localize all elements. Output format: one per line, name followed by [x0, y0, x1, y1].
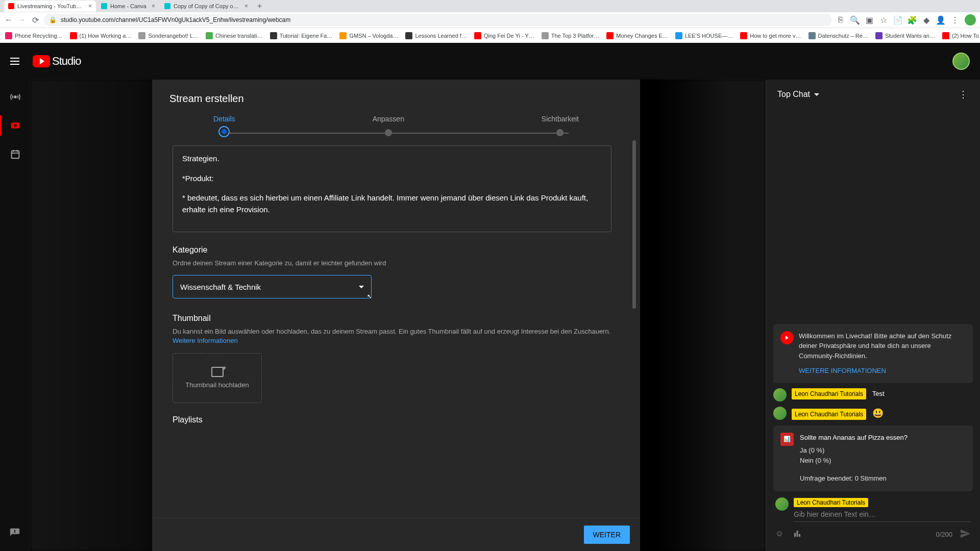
- back-icon[interactable]: ←: [4, 15, 13, 24]
- youtube-studio-app: Studio Stream erstellen Details: [0, 43, 980, 551]
- url-field[interactable]: 🔒 studio.youtube.com/channel/UC1a5FWVn0g…: [44, 14, 832, 26]
- bookmark[interactable]: Lessons Learned f…: [405, 32, 467, 39]
- bookmark[interactable]: LEE'S HOUSE—…: [675, 32, 733, 39]
- bookmark[interactable]: The Top 3 Platfor…: [542, 32, 600, 39]
- app-header: Studio: [0, 43, 980, 80]
- chat-messages[interactable]: Willkommen im Livechat! Bitte achte auf …: [766, 109, 980, 491]
- extensions-icon[interactable]: 🧩: [908, 15, 917, 24]
- category-hint: Ordne deinen Stream einer Kategorie zu, …: [173, 259, 611, 268]
- tab-youtube[interactable]: Livestreaming - YouTube S ×: [4, 1, 96, 12]
- chat-mode-select[interactable]: Top Chat: [777, 90, 819, 99]
- poll-icon: 📊: [780, 433, 794, 446]
- upload-image-icon: [211, 367, 224, 377]
- category-title: Kategorie: [173, 245, 611, 255]
- category-select[interactable]: Wissenschaft & Technik ↖: [173, 275, 372, 298]
- zoom-icon[interactable]: 🔍: [850, 15, 860, 24]
- upload-label: Thumbnail hochladen: [185, 381, 249, 389]
- send-icon[interactable]: [960, 528, 971, 541]
- next-button[interactable]: WEITER: [584, 525, 630, 544]
- bookmark[interactable]: (2) How To Add A…: [942, 32, 980, 39]
- tab-close-icon[interactable]: ×: [244, 3, 248, 10]
- tab-canva[interactable]: Home - Canva ×: [97, 1, 159, 12]
- bookmark[interactable]: GMSN – Vologda…: [339, 32, 398, 39]
- poll-icon[interactable]: [793, 529, 802, 540]
- step-customize[interactable]: Anpassen: [373, 115, 404, 136]
- svg-rect-6: [799, 534, 800, 536]
- bookmark[interactable]: Qing Fei De Yi - Y…: [474, 32, 534, 39]
- modal-title: Stream erstellen: [152, 80, 640, 115]
- create-stream-modal: Stream erstellen Details Anpassen Sichtb…: [152, 80, 640, 551]
- chevron-down-icon: [359, 286, 364, 288]
- step-visibility[interactable]: Sichtbarkeit: [542, 115, 579, 136]
- user-avatar[interactable]: [773, 407, 787, 420]
- sidebar-webcam-icon[interactable]: [8, 118, 22, 133]
- star-icon[interactable]: ☆: [879, 15, 888, 24]
- reload-icon[interactable]: ⟳: [31, 15, 40, 24]
- poll-question: Sollte man Ananas auf Pizza essen?: [800, 433, 908, 443]
- bookmark[interactable]: Datenschutz – Re…: [808, 32, 868, 39]
- poll-option[interactable]: Ja (0 %): [800, 445, 908, 456]
- playlists-title: Playlists: [173, 415, 611, 424]
- tab-canva-copy[interactable]: Copy of Copy of Copy of Cop ×: [160, 1, 252, 12]
- chat-message: Leon Chaudhari Tutorials Test: [773, 388, 973, 402]
- hamburger-icon[interactable]: [10, 55, 22, 67]
- reader-icon[interactable]: 📄: [893, 15, 902, 24]
- forward-icon[interactable]: →: [17, 15, 27, 24]
- new-tab-button[interactable]: +: [253, 2, 266, 11]
- bookmark[interactable]: Tutorial: Eigene Fa…: [270, 32, 333, 39]
- chat-input[interactable]: Gib hier deinen Text ein…: [794, 510, 971, 522]
- description-textarea[interactable]: Strategien. *Produkt: * bedeutet, dass e…: [173, 145, 611, 232]
- step-label: Sichtbarkeit: [542, 115, 579, 123]
- tab-close-icon[interactable]: ×: [152, 3, 155, 10]
- cursor: ↖: [367, 293, 372, 300]
- user-avatar[interactable]: [773, 388, 787, 402]
- feedback-icon[interactable]: [9, 528, 20, 541]
- tab-title: Livestreaming - YouTube S: [17, 3, 83, 9]
- svg-point-0: [14, 96, 16, 98]
- sidebar-manage-icon[interactable]: [8, 147, 22, 161]
- bookmark[interactable]: How to get more v…: [740, 32, 801, 39]
- user-avatar[interactable]: [775, 497, 789, 511]
- poll-status: Umfrage beendet: 0 Stimmen: [800, 473, 908, 484]
- studio-logo[interactable]: Studio: [33, 55, 81, 68]
- chat-title-text: Top Chat: [777, 90, 810, 99]
- welcome-link[interactable]: WEITERE INFORMATIONEN: [799, 367, 886, 374]
- bookmark[interactable]: Sonderangebot! L…: [138, 32, 198, 39]
- bookmark[interactable]: Chinese translati…: [206, 32, 263, 39]
- tab-title: Copy of Copy of Copy of Cop: [174, 3, 239, 9]
- share-icon[interactable]: ⎘: [836, 15, 845, 24]
- logo-text: Studio: [52, 55, 81, 68]
- modal-body[interactable]: Strategien. *Produkt: * bedeutet, dass e…: [152, 140, 640, 518]
- main-content: Stream erstellen Details Anpassen Sichtb…: [31, 80, 980, 551]
- scrollbar[interactable]: [632, 140, 636, 309]
- bookmark[interactable]: Money Changes E…: [606, 32, 668, 39]
- bookmark[interactable]: Phone Recycling…: [5, 32, 63, 39]
- chat-menu-icon[interactable]: ⋮: [959, 89, 969, 100]
- message-emoji: 😃: [872, 408, 884, 418]
- cast-icon[interactable]: ▣: [865, 15, 874, 24]
- category-value: Wissenschaft & Technik: [180, 283, 261, 291]
- stream-preview: Stream erstellen Details Anpassen Sichtb…: [31, 80, 766, 551]
- lock-icon: 🔒: [49, 16, 57, 23]
- emoji-picker-icon[interactable]: ☺: [775, 529, 783, 540]
- thumbnail-title: Thumbnail: [173, 314, 611, 323]
- bookmark[interactable]: (1) How Working a…: [70, 32, 132, 39]
- desc-line: Strategien.: [182, 153, 602, 165]
- step-details[interactable]: Details: [213, 115, 235, 136]
- author-badge[interactable]: Leon Chaudhari Tutorials: [792, 409, 866, 420]
- sidebar-stream-icon[interactable]: [8, 90, 22, 104]
- bookmark[interactable]: Student Wants an…: [875, 32, 935, 39]
- desc-line: * bedeutet, dass es sich hierbei um eine…: [182, 192, 602, 215]
- thumbnail-info-link[interactable]: Weitere Informationen: [173, 337, 238, 344]
- extension2-icon[interactable]: ◆: [922, 15, 931, 24]
- char-count: 0/200: [936, 531, 952, 538]
- browser-avatar[interactable]: [965, 14, 976, 26]
- profile-icon[interactable]: 👤: [936, 15, 945, 24]
- thumbnail-upload[interactable]: Thumbnail hochladen: [173, 353, 262, 403]
- user-avatar[interactable]: [952, 53, 970, 70]
- tab-close-icon[interactable]: ×: [88, 3, 92, 10]
- message-text: Test: [872, 390, 885, 397]
- menu-icon[interactable]: ⋮: [950, 15, 960, 24]
- author-badge[interactable]: Leon Chaudhari Tutorials: [792, 388, 866, 399]
- poll-option[interactable]: Nein (0 %): [800, 456, 908, 466]
